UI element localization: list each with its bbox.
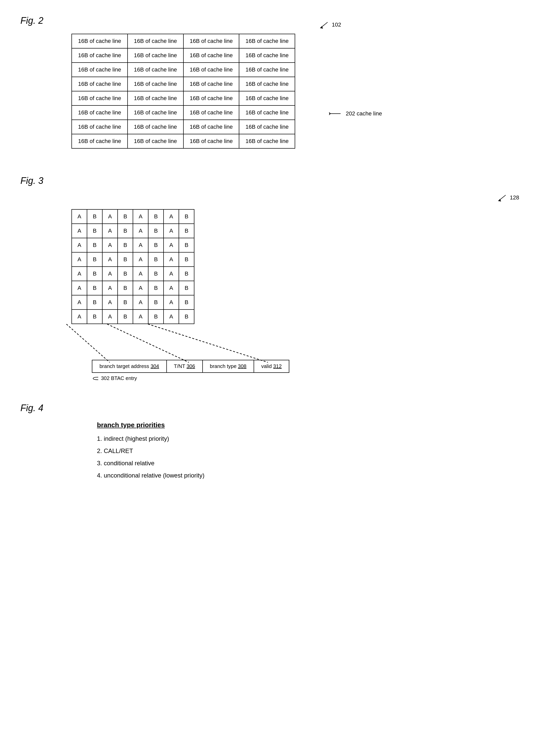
priorities-list: 1. indirect (highest priority) 2. CALL/R… xyxy=(97,435,540,479)
list-item: 4. unconditional relative (lowest priori… xyxy=(97,472,540,479)
table-row: 16B of cache line 16B of cache line 16B … xyxy=(72,77,295,91)
cache-cell: 16B of cache line xyxy=(128,34,183,48)
cell-a: A xyxy=(164,224,179,238)
cell-a: A xyxy=(72,224,87,238)
cell-b: B xyxy=(118,281,133,295)
cell-b: B xyxy=(118,295,133,310)
list-item: 1. indirect (highest priority) xyxy=(97,435,540,442)
cell-b: B xyxy=(148,281,164,295)
cache-cell: 16B of cache line xyxy=(239,120,295,134)
cell-b: B xyxy=(148,310,164,324)
cache-cell: 16B of cache line xyxy=(72,105,128,120)
cache-cell: 16B of cache line xyxy=(239,34,295,48)
fig3-section: Fig. 3 128 AB AB AB AB AB AB xyxy=(20,175,540,382)
cache-cell: 16B of cache line xyxy=(72,134,128,149)
fig3-label: Fig. 3 xyxy=(20,175,540,186)
cache-cell: 16B of cache line xyxy=(72,120,128,134)
btac-entry-label: 302 BTAC entry xyxy=(92,375,540,381)
cell-b: B xyxy=(87,210,102,224)
dotted-lines-icon xyxy=(46,324,275,365)
cache-cell: 16B of cache line xyxy=(239,105,295,120)
cache-cell: 16B of cache line xyxy=(128,105,183,120)
cell-b: B xyxy=(87,238,102,252)
svg-line-6 xyxy=(148,324,268,362)
list-item: 3. conditional relative xyxy=(97,460,540,467)
cell-b: B xyxy=(148,295,164,310)
cell-b: B xyxy=(118,210,133,224)
cell-a: A xyxy=(102,224,118,238)
cache-cell: 16B of cache line xyxy=(128,91,183,105)
cell-b: B xyxy=(118,310,133,324)
cell-b: B xyxy=(148,267,164,281)
cell-a: A xyxy=(133,295,148,310)
dotted-connector xyxy=(46,324,540,365)
cache-cell: 16B of cache line xyxy=(128,120,183,134)
cell-a: A xyxy=(164,238,179,252)
cache-cell: 16B of cache line xyxy=(128,48,183,63)
ab-grid-wrapper: AB AB AB AB AB AB AB AB AB AB AB AB xyxy=(46,209,540,324)
table-row: AB AB AB AB xyxy=(72,281,194,295)
cache-cell: 16B of cache line xyxy=(128,134,183,149)
cache-line-bracket-icon xyxy=(328,111,343,116)
branch-priorities-title: branch type priorities xyxy=(97,421,540,429)
cache-line-label: 202 cache line xyxy=(328,110,382,117)
cache-cell: 16B of cache line xyxy=(239,63,295,77)
table-row: AB AB AB AB xyxy=(72,210,194,224)
table-row: 16B of cache line 16B of cache line 16B … xyxy=(72,105,295,120)
cell-a: A xyxy=(72,267,87,281)
cell-b: B xyxy=(179,224,194,238)
cell-b: B xyxy=(148,224,164,238)
cell-b: B xyxy=(87,252,102,267)
cell-a: A xyxy=(102,310,118,324)
fig4-label: Fig. 4 xyxy=(20,403,540,413)
table-row: AB AB AB AB xyxy=(72,295,194,310)
cache-cell: 16B of cache line xyxy=(183,77,239,91)
list-item: 2. CALL/RET xyxy=(97,448,540,455)
cell-a: A xyxy=(72,252,87,267)
cell-b: B xyxy=(179,252,194,267)
cell-a: A xyxy=(72,238,87,252)
cell-b: B xyxy=(179,281,194,295)
svg-line-7 xyxy=(107,324,189,362)
cache-cell: 16B of cache line xyxy=(239,91,295,105)
cell-a: A xyxy=(102,210,118,224)
cache-cell: 16B of cache line xyxy=(183,91,239,105)
cache-line-text: 202 cache line xyxy=(346,110,382,117)
cell-b: B xyxy=(179,310,194,324)
cell-a: A xyxy=(164,310,179,324)
cell-b: B xyxy=(179,267,194,281)
cell-b: B xyxy=(87,281,102,295)
cache-cell: 16B of cache line xyxy=(239,48,295,63)
cell-b: B xyxy=(87,267,102,281)
cache-cell: 16B of cache line xyxy=(72,48,128,63)
fig2-ref-arrow-icon xyxy=(317,21,330,28)
table-row: AB AB AB AB xyxy=(72,252,194,267)
cell-a: A xyxy=(133,224,148,238)
cell-b: B xyxy=(148,210,164,224)
ab-grid-table: AB AB AB AB AB AB AB AB AB AB AB AB xyxy=(71,209,194,324)
cache-cell: 16B of cache line xyxy=(183,134,239,149)
cache-grid-table: 16B of cache line 16B of cache line 16B … xyxy=(71,34,295,149)
table-row: 16B of cache line 16B of cache line 16B … xyxy=(72,120,295,134)
fig3-ref-arrow-icon xyxy=(495,194,508,201)
cell-b: B xyxy=(87,310,102,324)
cell-a: A xyxy=(133,281,148,295)
btac-bracket-icon xyxy=(92,376,100,381)
cell-b: B xyxy=(118,224,133,238)
table-row: AB AB AB AB xyxy=(72,310,194,324)
fig2-ref: 102 xyxy=(317,21,341,28)
cache-cell: 16B of cache line xyxy=(183,48,239,63)
cell-a: A xyxy=(133,310,148,324)
cache-cell: 16B of cache line xyxy=(128,63,183,77)
cache-cell: 16B of cache line xyxy=(183,120,239,134)
cell-b: B xyxy=(118,238,133,252)
cell-a: A xyxy=(133,267,148,281)
cell-b: B xyxy=(118,252,133,267)
cache-cell: 16B of cache line xyxy=(72,34,128,48)
cache-cell: 16B of cache line xyxy=(183,105,239,120)
cell-a: A xyxy=(102,238,118,252)
cell-a: A xyxy=(102,295,118,310)
table-row: AB AB AB AB xyxy=(72,224,194,238)
cell-b: B xyxy=(87,295,102,310)
cache-cell: 16B of cache line xyxy=(183,63,239,77)
